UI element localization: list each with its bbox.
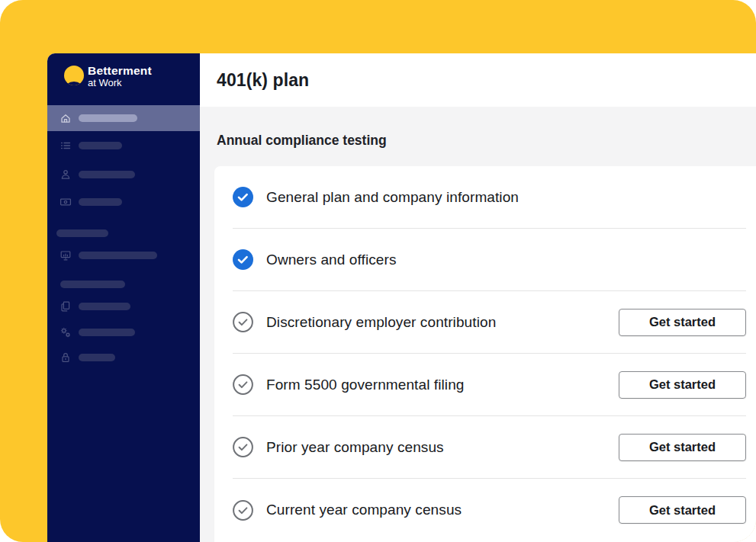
checklist-row: Owners and officers	[233, 229, 746, 291]
brand-subname: at Work	[88, 77, 152, 88]
checklist-item-label: Current year company census	[266, 502, 462, 518]
checklist-row: Current year company census Get started	[233, 479, 746, 541]
sidebar-section-placeholder[interactable]	[47, 277, 200, 292]
checklist-row: Prior year company census Get started	[233, 416, 746, 479]
yellow-backdrop: Betterment at Work 401(k) plan Annual co…	[0, 0, 756, 542]
betterment-logo: Betterment at Work	[64, 64, 152, 88]
sidebar-item-gears[interactable]	[47, 325, 200, 340]
checklist-item-label: Prior year company census	[266, 439, 444, 456]
skeleton-label-bar	[79, 354, 115, 361]
presentation-icon	[60, 249, 72, 261]
skeleton-label-bar	[79, 171, 135, 178]
checklist-item-label: Form 5500 governmental filing	[266, 377, 465, 393]
app-window: Betterment at Work 401(k) plan Annual co…	[47, 53, 756, 542]
sidebar-section-placeholder[interactable]	[47, 226, 200, 241]
get-started-button[interactable]: Get started	[619, 371, 746, 399]
person-icon	[60, 168, 72, 181]
checklist-item-label: Owners and officers	[266, 252, 397, 268]
sidebar-item-person[interactable]	[47, 167, 200, 182]
betterment-sun-icon	[64, 66, 84, 85]
skeleton-label-bar	[79, 252, 157, 259]
pending-check-icon	[233, 312, 253, 332]
checklist-row: General plan and company information	[233, 166, 746, 229]
list-icon	[60, 140, 72, 152]
get-started-button[interactable]: Get started	[619, 434, 746, 461]
pending-check-icon	[233, 437, 253, 457]
completed-check-icon	[233, 187, 253, 207]
skeleton-label-bar	[56, 229, 108, 237]
completed-check-icon	[233, 249, 253, 270]
gears-icon	[60, 326, 72, 338]
sidebar-item-list[interactable]	[47, 138, 200, 153]
page-title: 401(k) plan	[217, 70, 309, 91]
checklist-row: Discretionary employer contribution Get …	[233, 291, 746, 354]
sidebar-item-lock[interactable]	[47, 350, 200, 365]
sidebar-item-home[interactable]	[47, 105, 200, 131]
checklist-item-label: Discretionary employer contribution	[266, 314, 496, 331]
sidebar: Betterment at Work	[47, 53, 200, 542]
checklist-item-label: General plan and company information	[266, 189, 519, 206]
lock-icon	[60, 351, 72, 364]
sidebar-item-presentation[interactable]	[47, 248, 200, 263]
checklist-row: Form 5500 governmental filing Get starte…	[233, 354, 746, 416]
main-content: 401(k) plan Annual compliance testing Ge…	[200, 53, 756, 542]
sidebar-item-document[interactable]	[47, 299, 200, 314]
skeleton-label-bar	[79, 198, 122, 206]
skeleton-label-bar	[79, 329, 135, 336]
compliance-checklist-card: General plan and company information Own…	[214, 166, 756, 542]
pending-check-icon	[233, 374, 253, 395]
pending-check-icon	[233, 500, 253, 521]
section-title: Annual compliance testing	[200, 107, 756, 149]
get-started-button[interactable]: Get started	[619, 309, 746, 336]
skeleton-label-bar	[79, 114, 137, 122]
skeleton-label-bar	[79, 142, 122, 149]
page-header: 401(k) plan	[200, 53, 756, 107]
brand-name: Betterment	[88, 64, 152, 77]
skeleton-label-bar	[79, 303, 130, 310]
get-started-button[interactable]: Get started	[619, 496, 746, 524]
skeleton-label-bar	[60, 281, 125, 288]
home-icon	[60, 112, 72, 124]
banknote-icon	[60, 196, 72, 208]
document-icon	[60, 300, 72, 313]
content-band: Annual compliance testing General plan a…	[200, 107, 756, 542]
sidebar-item-banknote[interactable]	[47, 194, 200, 210]
